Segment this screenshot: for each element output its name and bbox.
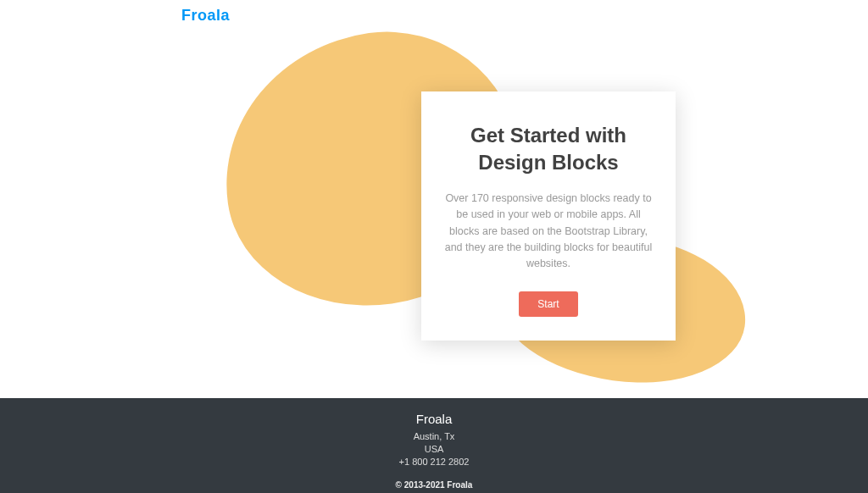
footer-city: Austin, Tx: [0, 431, 868, 441]
hero-description: Over 170 responsive design blocks ready …: [442, 191, 655, 273]
site-footer: Froala Austin, Tx USA +1 800 212 2802 © …: [0, 398, 868, 493]
footer-brand: Froala: [0, 412, 868, 426]
footer-country: USA: [0, 444, 868, 454]
footer-copyright: © 2013-2021 Froala: [0, 480, 868, 490]
footer-phone: +1 800 212 2802: [0, 457, 868, 467]
start-button[interactable]: Start: [519, 291, 577, 317]
brand-logo[interactable]: Froala: [181, 7, 230, 25]
hero-card: Get Started with Design Blocks Over 170 …: [421, 91, 676, 341]
hero-title: Get Started with Design Blocks: [442, 122, 655, 177]
